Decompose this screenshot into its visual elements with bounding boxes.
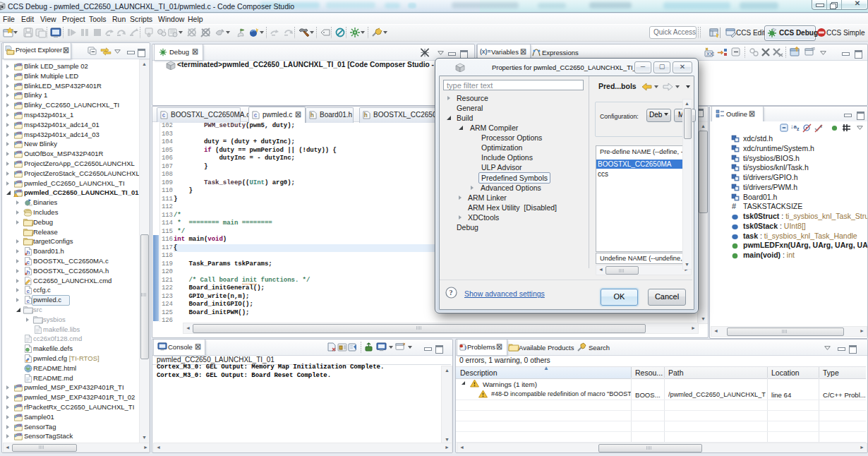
svg-text:CCS: CCS	[17, 102, 22, 105]
svg-text:XXX: XXX	[706, 52, 714, 56]
svg-text:c: c	[27, 259, 30, 265]
svg-text:CCS: CCS	[17, 131, 22, 134]
svg-text:CCS: CCS	[17, 404, 22, 407]
svg-text:CCS: CCS	[17, 385, 22, 388]
svg-text:CCS: CCS	[17, 424, 22, 426]
svg-text:CCS: CCS	[17, 73, 22, 76]
svg-text:CCS: CCS	[17, 161, 22, 164]
svg-text:01: 01	[30, 203, 33, 207]
svg-text:CCS: CCS	[17, 83, 22, 85]
svg-text:s: s	[820, 124, 822, 128]
svg-text:CCS: CCS	[17, 170, 22, 173]
svg-text:h: h	[27, 249, 30, 256]
svg-text:CCS: CCS	[17, 121, 22, 124]
svg-text:CCS: CCS	[17, 141, 22, 144]
svg-text:c: c	[27, 288, 30, 294]
svg-text:CCS: CCS	[17, 92, 22, 95]
svg-text:CCS: CCS	[17, 395, 22, 397]
svg-text:CCS: CCS	[17, 414, 22, 416]
svg-text:CCS: CCS	[17, 151, 22, 154]
svg-text:CCS: CCS	[17, 112, 22, 115]
svg-text:CCS: CCS	[17, 190, 22, 193]
svg-text:CCS: CCS	[17, 433, 22, 436]
svg-text:CCS: CCS	[17, 64, 22, 66]
svg-text:?: ?	[450, 289, 453, 296]
svg-text:CCS: CCS	[17, 180, 22, 183]
svg-text:h: h	[27, 268, 30, 275]
svg-text:c: c	[27, 298, 30, 304]
